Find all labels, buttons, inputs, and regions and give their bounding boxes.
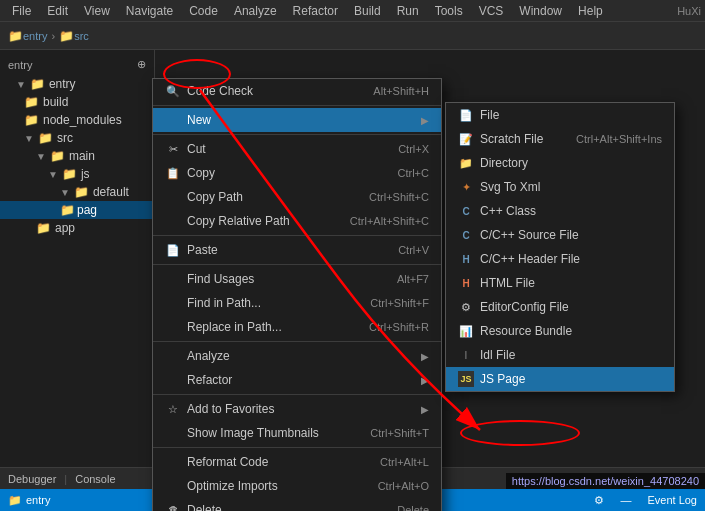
menu-run[interactable]: Run <box>389 2 427 20</box>
menu-replace-in-path[interactable]: Replace in Path... Ctrl+Shift+R <box>153 315 441 339</box>
breadcrumb-entry[interactable]: entry <box>23 30 47 42</box>
code-check-icon: 🔍 <box>165 83 181 99</box>
menu-tools[interactable]: Tools <box>427 2 471 20</box>
tree-item-app[interactable]: 📁 app <box>0 219 154 237</box>
menu-add-favorites[interactable]: ☆ Add to Favorites ▶ <box>153 397 441 421</box>
resource-icon: 📊 <box>458 323 474 339</box>
menu-copy-relative-path[interactable]: Copy Relative Path Ctrl+Alt+Shift+C <box>153 209 441 233</box>
tree-item-default[interactable]: ▼ 📁 default <box>0 183 154 201</box>
menu-reformat[interactable]: Reformat Code Ctrl+Alt+L <box>153 450 441 474</box>
sidebar-add-icon[interactable]: ⊕ <box>137 58 146 71</box>
separator <box>153 134 441 135</box>
breadcrumb-src[interactable]: src <box>74 30 89 42</box>
menu-new[interactable]: New ▶ <box>153 108 441 132</box>
menu-item-shortcut: Alt+F7 <box>397 273 429 285</box>
folder-icon: 📁 <box>62 167 77 181</box>
console-tab[interactable]: Console <box>75 473 115 485</box>
menu-paste[interactable]: 📄 Paste Ctrl+V <box>153 238 441 262</box>
submenu-idl-file[interactable]: I Idl File <box>446 343 674 367</box>
menu-item-label: Copy Path <box>187 190 349 204</box>
submenu-html-file[interactable]: H HTML File <box>446 271 674 295</box>
tree-item-pag[interactable]: 📁 pag <box>0 201 154 219</box>
submenu-arrow-icon: ▶ <box>421 404 429 415</box>
menu-analyze[interactable]: Analyze <box>226 2 285 20</box>
menu-delete[interactable]: 🗑 Delete... Delete <box>153 498 441 511</box>
svg-icon: ✦ <box>458 179 474 195</box>
tree-item-src[interactable]: ▼ 📁 src <box>0 129 154 147</box>
separator <box>153 105 441 106</box>
submenu-arrow-icon: ▶ <box>421 375 429 386</box>
arrow-icon: ▼ <box>16 79 26 90</box>
menu-analyze[interactable]: Analyze ▶ <box>153 344 441 368</box>
submenu-item-label: HTML File <box>480 276 662 290</box>
menu-find-in-path[interactable]: Find in Path... Ctrl+Shift+F <box>153 291 441 315</box>
folder-icon: 📁 <box>60 203 75 217</box>
menu-optimize-imports[interactable]: Optimize Imports Ctrl+Alt+O <box>153 474 441 498</box>
submenu-svg-to-xml[interactable]: ✦ Svg To Xml <box>446 175 674 199</box>
menu-vcs[interactable]: VCS <box>471 2 512 20</box>
submenu-cpp-class[interactable]: C C++ Class <box>446 199 674 223</box>
replace-icon <box>165 319 181 335</box>
tree-item-build[interactable]: 📁 build <box>0 93 154 111</box>
menu-code[interactable]: Code <box>181 2 226 20</box>
icon <box>165 213 181 229</box>
submenu-item-label: EditorConfig File <box>480 300 662 314</box>
folder-icon-entry: 📁 <box>8 29 23 43</box>
submenu-resource-bundle[interactable]: 📊 Resource Bundle <box>446 319 674 343</box>
minus-icon[interactable]: — <box>620 494 631 506</box>
menu-item-label: Show Image Thumbnails <box>187 426 350 440</box>
submenu-scratch-file[interactable]: 📝 Scratch File Ctrl+Alt+Shift+Ins <box>446 127 674 151</box>
tree-label: entry <box>49 77 76 91</box>
find-usages-icon <box>165 271 181 287</box>
menu-item-shortcut: Ctrl+Alt+Shift+C <box>350 215 429 227</box>
menu-cut[interactable]: ✂ Cut Ctrl+X <box>153 137 441 161</box>
separator <box>153 394 441 395</box>
submenu-js-page[interactable]: JS JS Page <box>446 367 674 391</box>
submenu-file[interactable]: 📄 File <box>446 103 674 127</box>
menu-file[interactable]: File <box>4 2 39 20</box>
menu-navigate[interactable]: Navigate <box>118 2 181 20</box>
menu-window[interactable]: Window <box>511 2 570 20</box>
menu-copy-path[interactable]: Copy Path Ctrl+Shift+C <box>153 185 441 209</box>
submenu-item-shortcut: Ctrl+Alt+Shift+Ins <box>576 133 662 145</box>
menu-help[interactable]: Help <box>570 2 611 20</box>
tree-item-node-modules[interactable]: 📁 node_modules <box>0 111 154 129</box>
menu-build[interactable]: Build <box>346 2 389 20</box>
submenu-cpp-source[interactable]: C C/C++ Source File <box>446 223 674 247</box>
separator <box>153 235 441 236</box>
menu-item-shortcut: Ctrl+Shift+T <box>370 427 429 439</box>
tree-item-js[interactable]: ▼ 📁 js <box>0 165 154 183</box>
debugger-tab[interactable]: Debugger <box>8 473 56 485</box>
tree-label: main <box>69 149 95 163</box>
arrow-icon: ▼ <box>24 133 34 144</box>
tree-item-main[interactable]: ▼ 📁 main <box>0 147 154 165</box>
menu-item-label: Reformat Code <box>187 455 360 469</box>
new-icon <box>165 112 181 128</box>
folder-icon: 📁 <box>30 77 45 91</box>
event-log-label[interactable]: Event Log <box>647 494 697 506</box>
main-area: entry ⊕ ▼ 📁 entry 📁 build 📁 node_modules… <box>0 50 705 489</box>
menu-item-label: Cut <box>187 142 378 156</box>
scratch-icon: 📝 <box>458 131 474 147</box>
menu-copy[interactable]: 📋 Copy Ctrl+C <box>153 161 441 185</box>
submenu-item-label: C/C++ Header File <box>480 252 662 266</box>
menu-refactor[interactable]: Refactor <box>285 2 346 20</box>
submenu-cpp-header[interactable]: H C/C++ Header File <box>446 247 674 271</box>
gear-icon[interactable]: ⚙ <box>594 494 604 507</box>
optimize-icon <box>165 478 181 494</box>
menu-find-usages[interactable]: Find Usages Alt+F7 <box>153 267 441 291</box>
menu-code-check[interactable]: 🔍 Code Check Alt+Shift+H <box>153 79 441 103</box>
tree-label: pag <box>77 203 97 217</box>
separator: | <box>64 473 67 485</box>
menu-edit[interactable]: Edit <box>39 2 76 20</box>
menu-item-label: Copy Relative Path <box>187 214 330 228</box>
submenu-item-label: Resource Bundle <box>480 324 662 338</box>
menu-view[interactable]: View <box>76 2 118 20</box>
tree-item-entry[interactable]: ▼ 📁 entry <box>0 75 154 93</box>
menu-show-thumbnails[interactable]: Show Image Thumbnails Ctrl+Shift+T <box>153 421 441 445</box>
toolbar: 📁 entry › 📁 src <box>0 22 705 50</box>
submenu-editorconfig[interactable]: ⚙ EditorConfig File <box>446 295 674 319</box>
submenu-directory[interactable]: 📁 Directory <box>446 151 674 175</box>
menu-refactor[interactable]: Refactor ▶ <box>153 368 441 392</box>
tree-label: build <box>43 95 68 109</box>
